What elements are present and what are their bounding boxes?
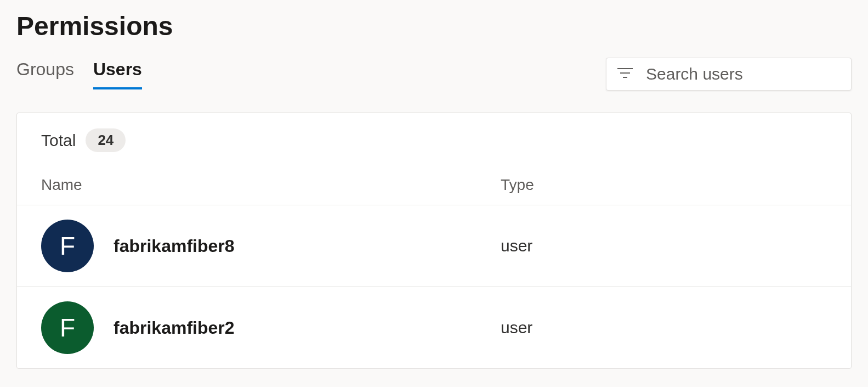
header-row: Groups Users xyxy=(16,58,852,91)
column-header-name[interactable]: Name xyxy=(41,176,501,194)
table-row[interactable]: F fabrikamfiber2 user xyxy=(17,287,851,368)
tab-users[interactable]: Users xyxy=(93,59,142,89)
user-type: user xyxy=(501,237,532,255)
tabs: Groups Users xyxy=(16,59,142,89)
user-type: user xyxy=(501,318,532,337)
avatar: F xyxy=(41,301,94,354)
search-input[interactable] xyxy=(646,65,854,83)
users-card: Total 24 Name Type F fabrikamfiber8 user… xyxy=(16,113,852,369)
name-cell: F fabrikamfiber2 xyxy=(41,301,501,354)
table-header: Name Type xyxy=(17,163,851,205)
user-name: fabrikamfiber8 xyxy=(114,236,235,256)
search-box[interactable] xyxy=(606,58,852,91)
tab-groups[interactable]: Groups xyxy=(16,59,74,89)
page-title: Permissions xyxy=(16,11,852,41)
filter-icon xyxy=(617,67,633,81)
total-count-badge: 24 xyxy=(86,128,126,152)
avatar: F xyxy=(41,220,94,272)
name-cell: F fabrikamfiber8 xyxy=(41,220,501,272)
total-row: Total 24 xyxy=(17,113,851,163)
user-name: fabrikamfiber2 xyxy=(114,318,235,338)
table-row[interactable]: F fabrikamfiber8 user xyxy=(17,205,851,287)
total-label: Total xyxy=(41,131,76,150)
column-header-type[interactable]: Type xyxy=(501,176,534,194)
